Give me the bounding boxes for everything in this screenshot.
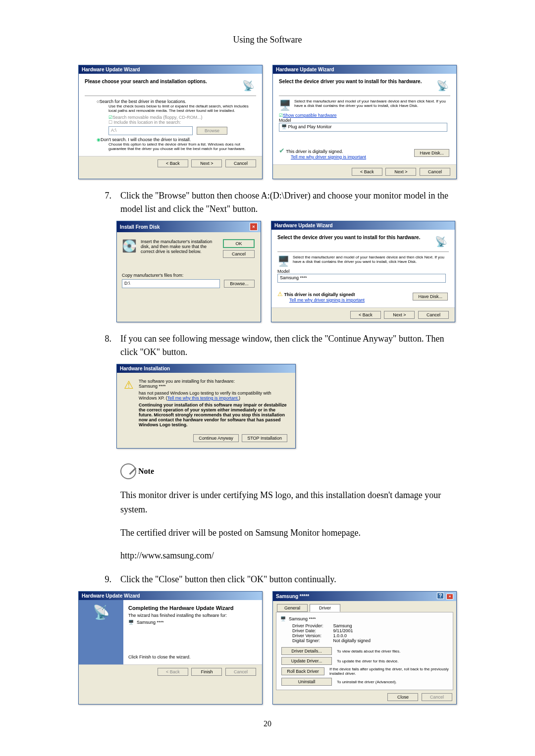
checkbox-include-location: ☐ Include this location in the search:: [108, 120, 256, 125]
driver-details-button[interactable]: Driver Details...: [281, 647, 332, 655]
close-icon[interactable]: ×: [250, 223, 258, 231]
note-text: The certified driver will be posted on S…: [120, 526, 463, 540]
uninstall-button[interactable]: Uninstall: [281, 678, 332, 686]
tab-general[interactable]: General: [277, 604, 308, 612]
step-number: 9.: [72, 573, 120, 586]
dialog-title: Samsung *****: [276, 594, 309, 599]
step-text: Click the "Close" button then click "OK"…: [120, 573, 336, 586]
step-text: If you can see following message window,…: [120, 332, 463, 359]
tell-me-why-link[interactable]: Tell me why driver signing is important: [289, 298, 365, 302]
driver-properties-dialog: Samsung ***** ? × General Driver 🖥️ Sams…: [272, 591, 457, 705]
help-icon[interactable]: ?: [437, 593, 444, 599]
cancel-button: Cancel: [422, 693, 452, 701]
cancel-button[interactable]: Cancel: [420, 168, 450, 176]
value: 9/11/2001: [333, 628, 353, 633]
checkbox-show-compatible[interactable]: Show compatible hardware: [279, 113, 450, 118]
hardware-icon: 📡: [240, 79, 256, 93]
rollback-driver-button[interactable]: Roll Back Driver: [281, 667, 324, 675]
static-text: has not passed Windows Logo testing to v…: [139, 391, 288, 401]
cancel-button[interactable]: Cancel: [223, 250, 255, 258]
have-disk-button[interactable]: Have Disk...: [413, 293, 448, 301]
next-button[interactable]: Next >: [385, 168, 416, 176]
note-label: Note: [138, 467, 154, 476]
static-text: The software you are installing for this…: [139, 379, 288, 384]
continue-anyway-button[interactable]: Continue Anyway: [193, 434, 239, 442]
label: Driver Version:: [292, 633, 332, 638]
cancel-button: Cancel: [225, 668, 256, 676]
static-text: Select the manufacturer and model of you…: [293, 255, 449, 267]
step-number: 8.: [72, 332, 120, 359]
note-url: http://www.samsung.com/: [120, 549, 463, 563]
hardware-update-wizard-select-driver-samsung: Hardware Update Wizard Select the device…: [271, 221, 455, 322]
model-label: Model: [279, 118, 450, 123]
path-input[interactable]: D:\: [122, 279, 220, 288]
label: Driver Date:: [292, 628, 332, 633]
monitor-icon: 🖥️: [279, 99, 291, 111]
monitor-icon: 🖥️: [128, 620, 134, 625]
close-icon[interactable]: ×: [446, 594, 453, 600]
hardware-name: Samsung ****: [139, 384, 288, 389]
wizard-heading: Select the device driver you want to ins…: [279, 79, 422, 93]
static-text: If the device fails after updating the d…: [329, 667, 449, 676]
signed-text: This driver is digitally signed.: [286, 149, 343, 154]
close-button[interactable]: Close: [387, 693, 418, 701]
browse-button: Browse: [197, 127, 227, 135]
back-button[interactable]: < Back: [158, 159, 188, 167]
browse-button[interactable]: Browse...: [224, 280, 255, 288]
hardware-icon: 📡: [93, 605, 109, 619]
cancel-button[interactable]: Cancel: [225, 159, 256, 167]
disk-icon: 💽: [122, 239, 137, 258]
model-list[interactable]: 🖥️ Plug and Play Monitor: [279, 123, 447, 132]
dialog-title: Hardware Update Wizard: [276, 67, 334, 72]
step-number: 7.: [72, 189, 120, 216]
warning-icon: ⚠: [124, 379, 134, 427]
hardware-update-wizard-complete: Hardware Update Wizard 📡 Completing the …: [78, 591, 263, 705]
radio-search-best-driver[interactable]: Search for the best driver in these loca…: [97, 99, 256, 104]
back-button[interactable]: < Back: [352, 168, 382, 176]
radio-dont-search[interactable]: Don't search. I will choose the driver t…: [97, 137, 256, 142]
signed-icon: ✔: [279, 147, 285, 154]
warning-icon: ⚠: [277, 291, 283, 298]
path-input: A:\: [108, 126, 193, 135]
have-disk-button[interactable]: Have Disk...: [414, 149, 449, 157]
hardware-icon: 📡: [434, 79, 450, 93]
tell-me-why-link[interactable]: Tell me why driver signing is important: [291, 154, 366, 159]
warning-text: Continuing your installation of this sof…: [139, 403, 288, 427]
page-title: Using the Software: [72, 35, 463, 45]
next-button[interactable]: Next >: [384, 311, 415, 319]
static-text: To uninstall the driver (Advanced).: [337, 680, 397, 684]
step-text: Click the "Browse" button then choose A:…: [120, 189, 463, 216]
back-button: < Back: [158, 668, 188, 676]
wizard-heading: Please choose your search and installati…: [85, 79, 207, 93]
next-button[interactable]: Next >: [191, 159, 222, 167]
install-from-disk-dialog: Install From Disk × 💽 Insert the manufac…: [116, 221, 261, 322]
finish-button[interactable]: Finish: [191, 668, 222, 676]
value: Not digitally signed: [333, 638, 371, 643]
stop-installation-button[interactable]: STOP Installation: [242, 434, 287, 442]
label: Driver Provider:: [292, 623, 332, 628]
value: Samsung: [333, 623, 352, 628]
static-text: To view details about the driver files.: [337, 649, 401, 654]
update-driver-button[interactable]: Update Driver...: [281, 657, 332, 665]
checkbox-search-removable: Search removable media (floppy, CD-ROM..…: [108, 115, 256, 120]
back-button[interactable]: < Back: [350, 311, 381, 319]
note-text: This monitor driver is under certifying …: [120, 488, 463, 517]
hardware-update-wizard-select-driver: Hardware Update Wizard Select the device…: [272, 65, 457, 179]
static-text: Choose this option to select the device …: [108, 142, 256, 151]
dialog-title: Hardware Update Wizard: [82, 593, 140, 599]
wizard-heading: Select the device driver you want to ins…: [277, 235, 420, 249]
static-text: Select the manufacturer and model of you…: [294, 99, 450, 111]
tell-me-why-link[interactable]: Tell me why this testing is important.: [167, 396, 239, 401]
cancel-button[interactable]: Cancel: [418, 311, 449, 319]
ok-button[interactable]: OK: [223, 239, 255, 248]
hardware-update-wizard-search-options: Hardware Update Wizard Please choose you…: [78, 65, 263, 179]
dialog-title: Hardware Update Wizard: [274, 223, 333, 228]
model-list[interactable]: Samsung ****: [277, 274, 446, 283]
label: Digital Signer:: [292, 638, 332, 643]
wizard-heading: Completing the Hardware Update Wizard: [128, 605, 257, 611]
page-number: 20: [72, 719, 463, 728]
tab-driver[interactable]: Driver: [310, 604, 340, 612]
static-text: To update the driver for this device.: [337, 659, 399, 663]
note-icon: [120, 463, 136, 479]
hardware-icon: 📡: [433, 235, 449, 249]
